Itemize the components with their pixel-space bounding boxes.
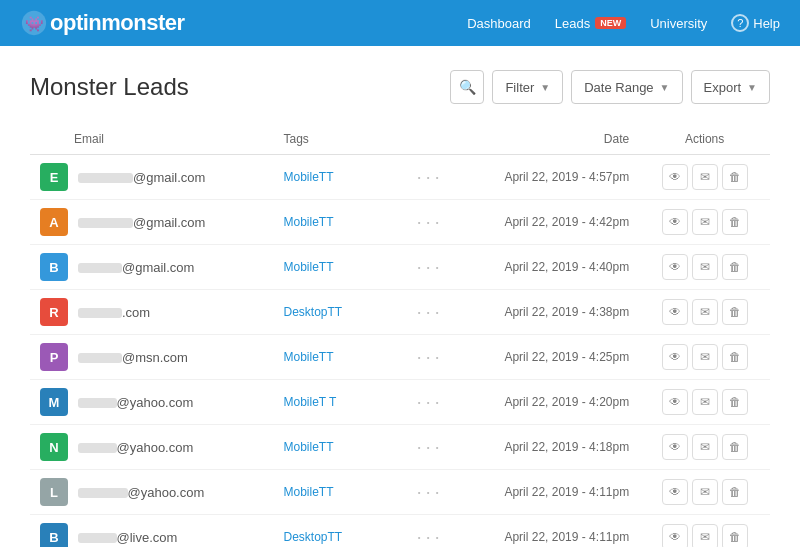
- email-button[interactable]: ✉: [692, 209, 718, 235]
- delete-button[interactable]: 🗑: [722, 479, 748, 505]
- delete-button[interactable]: 🗑: [722, 299, 748, 325]
- tags-cell: MobileT T: [274, 380, 408, 425]
- email-cell: N@yahoo.com: [30, 425, 274, 470]
- dots-cell[interactable]: • • •: [408, 380, 461, 425]
- dots-cell[interactable]: • • •: [408, 290, 461, 335]
- email-address: @yahoo.com: [78, 395, 193, 410]
- table-row: N@yahoo.comMobileTT• • •April 22, 2019 -…: [30, 425, 770, 470]
- email-button[interactable]: ✉: [692, 344, 718, 370]
- view-button[interactable]: 👁: [662, 299, 688, 325]
- email-address: @gmail.com: [78, 260, 194, 275]
- toolbar: 🔍 Filter ▼ Date Range ▼ Export ▼: [450, 70, 770, 104]
- view-button[interactable]: 👁: [662, 254, 688, 280]
- nav-university[interactable]: University: [650, 16, 707, 31]
- avatar: L: [40, 478, 68, 506]
- leads-table-container: Email Tags Date Actions E@gmail.comMobil…: [30, 124, 770, 547]
- col-email: Email: [30, 124, 274, 155]
- avatar: A: [40, 208, 68, 236]
- actions-cell: 👁✉🗑: [639, 200, 770, 245]
- delete-button[interactable]: 🗑: [722, 434, 748, 460]
- table-row: P@msn.comMobileTT• • •April 22, 2019 - 4…: [30, 335, 770, 380]
- date-cell: April 22, 2019 - 4:40pm: [461, 245, 640, 290]
- dots-cell[interactable]: • • •: [408, 470, 461, 515]
- delete-button[interactable]: 🗑: [722, 254, 748, 280]
- email-cell: E@gmail.com: [30, 155, 274, 200]
- view-button[interactable]: 👁: [662, 524, 688, 547]
- main-nav: Dashboard Leads NEW University ? Help: [467, 14, 780, 32]
- avatar: B: [40, 253, 68, 281]
- date-range-caret-icon: ▼: [660, 82, 670, 93]
- col-dots: [408, 124, 461, 155]
- logo-icon: 👾: [20, 9, 48, 37]
- search-icon: 🔍: [459, 79, 476, 95]
- dots-cell[interactable]: • • •: [408, 335, 461, 380]
- logo-text: optinmonster: [50, 10, 185, 36]
- dots-cell[interactable]: • • •: [408, 515, 461, 548]
- date-cell: April 22, 2019 - 4:57pm: [461, 155, 640, 200]
- actions-cell: 👁✉🗑: [639, 425, 770, 470]
- view-button[interactable]: 👁: [662, 434, 688, 460]
- page-header: Monster Leads 🔍 Filter ▼ Date Range ▼ Ex…: [30, 70, 770, 104]
- delete-button[interactable]: 🗑: [722, 164, 748, 190]
- avatar: E: [40, 163, 68, 191]
- top-navbar: 👾 optinmonster Dashboard Leads NEW Unive…: [0, 0, 800, 46]
- email-button[interactable]: ✉: [692, 524, 718, 547]
- email-cell: P@msn.com: [30, 335, 274, 380]
- svg-text:👾: 👾: [25, 15, 44, 33]
- dots-cell[interactable]: • • •: [408, 200, 461, 245]
- email-button[interactable]: ✉: [692, 254, 718, 280]
- view-button[interactable]: 👁: [662, 164, 688, 190]
- actions-cell: 👁✉🗑: [639, 470, 770, 515]
- delete-button[interactable]: 🗑: [722, 344, 748, 370]
- tags-cell: MobileTT: [274, 245, 408, 290]
- tags-cell: MobileTT: [274, 335, 408, 380]
- actions-cell: 👁✉🗑: [639, 515, 770, 548]
- delete-button[interactable]: 🗑: [722, 389, 748, 415]
- email-cell: R.com: [30, 290, 274, 335]
- email-button[interactable]: ✉: [692, 164, 718, 190]
- date-range-button[interactable]: Date Range ▼: [571, 70, 682, 104]
- email-button[interactable]: ✉: [692, 389, 718, 415]
- nav-dashboard[interactable]: Dashboard: [467, 16, 531, 31]
- actions-cell: 👁✉🗑: [639, 335, 770, 380]
- date-cell: April 22, 2019 - 4:20pm: [461, 380, 640, 425]
- date-cell: April 22, 2019 - 4:18pm: [461, 425, 640, 470]
- email-cell: B@gmail.com: [30, 245, 274, 290]
- table-row: B@live.comDesktopTT• • •April 22, 2019 -…: [30, 515, 770, 548]
- table-row: M@yahoo.comMobileT T• • •April 22, 2019 …: [30, 380, 770, 425]
- avatar: N: [40, 433, 68, 461]
- question-icon: ?: [731, 14, 749, 32]
- delete-button[interactable]: 🗑: [722, 524, 748, 547]
- col-actions: Actions: [639, 124, 770, 155]
- email-address: @msn.com: [78, 350, 188, 365]
- view-button[interactable]: 👁: [662, 479, 688, 505]
- email-button[interactable]: ✉: [692, 434, 718, 460]
- email-button[interactable]: ✉: [692, 299, 718, 325]
- delete-button[interactable]: 🗑: [722, 209, 748, 235]
- view-button[interactable]: 👁: [662, 389, 688, 415]
- view-button[interactable]: 👁: [662, 344, 688, 370]
- dots-cell[interactable]: • • •: [408, 245, 461, 290]
- dots-cell[interactable]: • • •: [408, 425, 461, 470]
- actions-cell: 👁✉🗑: [639, 245, 770, 290]
- nav-help[interactable]: ? Help: [731, 14, 780, 32]
- actions-cell: 👁✉🗑: [639, 155, 770, 200]
- search-button[interactable]: 🔍: [450, 70, 484, 104]
- view-button[interactable]: 👁: [662, 209, 688, 235]
- email-address: @live.com: [78, 530, 177, 545]
- nav-leads[interactable]: Leads NEW: [555, 16, 626, 31]
- email-button[interactable]: ✉: [692, 479, 718, 505]
- table-row: L@yahoo.comMobileTT• • •April 22, 2019 -…: [30, 470, 770, 515]
- export-button[interactable]: Export ▼: [691, 70, 770, 104]
- filter-button[interactable]: Filter ▼: [492, 70, 563, 104]
- leads-badge: NEW: [595, 17, 626, 29]
- leads-table: Email Tags Date Actions E@gmail.comMobil…: [30, 124, 770, 547]
- avatar: P: [40, 343, 68, 371]
- date-cell: April 22, 2019 - 4:11pm: [461, 515, 640, 548]
- filter-caret-icon: ▼: [540, 82, 550, 93]
- email-cell: L@yahoo.com: [30, 470, 274, 515]
- table-row: E@gmail.comMobileTT• • •April 22, 2019 -…: [30, 155, 770, 200]
- dots-cell[interactable]: • • •: [408, 155, 461, 200]
- email-cell: A@gmail.com: [30, 200, 274, 245]
- date-cell: April 22, 2019 - 4:25pm: [461, 335, 640, 380]
